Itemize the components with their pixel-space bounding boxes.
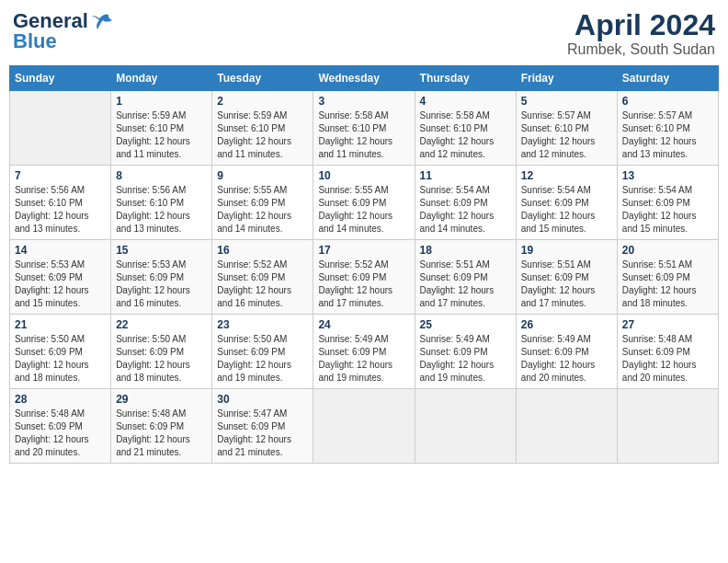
daylight-text: Daylight: 12 hours and 16 minutes. bbox=[116, 285, 190, 308]
sunset-text: Sunset: 6:09 PM bbox=[521, 198, 589, 208]
sunrise-text: Sunrise: 5:50 AM bbox=[15, 334, 85, 344]
daylight-text: Daylight: 12 hours and 18 minutes. bbox=[622, 285, 697, 308]
sunset-text: Sunset: 6:09 PM bbox=[217, 198, 285, 208]
daylight-text: Daylight: 12 hours and 19 minutes. bbox=[318, 360, 392, 383]
day-info: Sunrise: 5:53 AM Sunset: 6:09 PM Dayligh… bbox=[116, 259, 207, 310]
day-number: 18 bbox=[420, 244, 511, 257]
day-info: Sunrise: 5:59 AM Sunset: 6:10 PM Dayligh… bbox=[116, 109, 207, 161]
sunset-text: Sunset: 6:10 PM bbox=[420, 123, 488, 133]
day-cell: 5 Sunrise: 5:57 AM Sunset: 6:10 PM Dayli… bbox=[516, 91, 617, 166]
sunrise-text: Sunrise: 5:54 AM bbox=[622, 185, 692, 195]
day-cell: 17 Sunrise: 5:52 AM Sunset: 6:09 PM Dayl… bbox=[313, 240, 415, 315]
sunset-text: Sunset: 6:09 PM bbox=[420, 272, 488, 282]
sunrise-text: Sunrise: 5:58 AM bbox=[420, 110, 490, 121]
month-title: April 2024 bbox=[567, 9, 715, 41]
title-area: April 2024 Rumbek, South Sudan bbox=[567, 9, 715, 58]
day-number: 17 bbox=[318, 244, 409, 257]
sunrise-text: Sunrise: 5:56 AM bbox=[116, 185, 186, 195]
daylight-text: Daylight: 12 hours and 14 minutes. bbox=[217, 211, 291, 234]
sunrise-text: Sunrise: 5:51 AM bbox=[521, 259, 591, 270]
sunrise-text: Sunrise: 5:56 AM bbox=[15, 185, 85, 195]
day-info: Sunrise: 5:48 AM Sunset: 6:09 PM Dayligh… bbox=[15, 408, 106, 459]
daylight-text: Daylight: 12 hours and 18 minutes. bbox=[15, 360, 89, 383]
day-cell: 13 Sunrise: 5:54 AM Sunset: 6:09 PM Dayl… bbox=[617, 166, 718, 240]
sunset-text: Sunset: 6:10 PM bbox=[15, 198, 83, 208]
day-cell: 2 Sunrise: 5:59 AM Sunset: 6:10 PM Dayli… bbox=[212, 91, 313, 166]
daylight-text: Daylight: 12 hours and 15 minutes. bbox=[15, 285, 89, 308]
sunrise-text: Sunrise: 5:49 AM bbox=[521, 334, 591, 344]
week-row-5: 28 Sunrise: 5:48 AM Sunset: 6:09 PM Dayl… bbox=[10, 389, 719, 464]
header-friday: Friday bbox=[516, 66, 617, 91]
day-cell: 7 Sunrise: 5:56 AM Sunset: 6:10 PM Dayli… bbox=[10, 166, 111, 240]
logo: General Blue bbox=[13, 9, 112, 53]
day-number: 20 bbox=[622, 244, 713, 257]
daylight-text: Daylight: 12 hours and 20 minutes. bbox=[521, 360, 596, 383]
header-monday: Monday bbox=[111, 66, 212, 91]
day-info: Sunrise: 5:57 AM Sunset: 6:10 PM Dayligh… bbox=[521, 109, 612, 161]
day-number: 30 bbox=[217, 393, 308, 406]
day-info: Sunrise: 5:48 AM Sunset: 6:09 PM Dayligh… bbox=[116, 408, 207, 459]
day-cell: 14 Sunrise: 5:53 AM Sunset: 6:09 PM Dayl… bbox=[10, 240, 111, 315]
sunset-text: Sunset: 6:09 PM bbox=[116, 272, 184, 282]
logo-bird-icon bbox=[92, 13, 112, 29]
day-number: 29 bbox=[116, 393, 207, 406]
sunrise-text: Sunrise: 5:54 AM bbox=[521, 185, 591, 195]
sunrise-text: Sunrise: 5:50 AM bbox=[116, 334, 186, 344]
day-info: Sunrise: 5:47 AM Sunset: 6:09 PM Dayligh… bbox=[217, 408, 308, 459]
sunrise-text: Sunrise: 5:55 AM bbox=[217, 185, 287, 195]
day-info: Sunrise: 5:58 AM Sunset: 6:10 PM Dayligh… bbox=[318, 109, 409, 161]
daylight-text: Daylight: 12 hours and 19 minutes. bbox=[420, 360, 495, 383]
day-number: 14 bbox=[15, 244, 106, 257]
day-info: Sunrise: 5:51 AM Sunset: 6:09 PM Dayligh… bbox=[622, 259, 713, 310]
sunrise-text: Sunrise: 5:48 AM bbox=[15, 408, 85, 419]
daylight-text: Daylight: 12 hours and 11 minutes. bbox=[116, 136, 190, 159]
sunset-text: Sunset: 6:09 PM bbox=[622, 347, 690, 357]
day-cell: 1 Sunrise: 5:59 AM Sunset: 6:10 PM Dayli… bbox=[111, 91, 212, 166]
day-cell bbox=[10, 91, 111, 166]
week-row-2: 7 Sunrise: 5:56 AM Sunset: 6:10 PM Dayli… bbox=[10, 166, 719, 240]
day-cell: 16 Sunrise: 5:52 AM Sunset: 6:09 PM Dayl… bbox=[212, 240, 313, 315]
day-cell: 18 Sunrise: 5:51 AM Sunset: 6:09 PM Dayl… bbox=[415, 240, 516, 315]
day-cell bbox=[617, 389, 718, 464]
day-info: Sunrise: 5:53 AM Sunset: 6:09 PM Dayligh… bbox=[15, 259, 106, 310]
day-number: 25 bbox=[420, 318, 511, 331]
daylight-text: Daylight: 12 hours and 20 minutes. bbox=[15, 434, 89, 457]
sunrise-text: Sunrise: 5:51 AM bbox=[622, 259, 692, 270]
sunrise-text: Sunrise: 5:52 AM bbox=[217, 259, 287, 270]
day-info: Sunrise: 5:55 AM Sunset: 6:09 PM Dayligh… bbox=[318, 184, 409, 236]
sunrise-text: Sunrise: 5:48 AM bbox=[622, 334, 692, 344]
day-info: Sunrise: 5:52 AM Sunset: 6:09 PM Dayligh… bbox=[318, 259, 409, 310]
day-cell: 3 Sunrise: 5:58 AM Sunset: 6:10 PM Dayli… bbox=[313, 91, 415, 166]
day-info: Sunrise: 5:54 AM Sunset: 6:09 PM Dayligh… bbox=[521, 184, 612, 236]
day-info: Sunrise: 5:49 AM Sunset: 6:09 PM Dayligh… bbox=[318, 333, 409, 385]
day-info: Sunrise: 5:51 AM Sunset: 6:09 PM Dayligh… bbox=[420, 259, 511, 310]
page-header: General Blue April 2024 Rumbek, South Su… bbox=[9, 9, 719, 58]
sunset-text: Sunset: 6:09 PM bbox=[318, 347, 386, 357]
daylight-text: Daylight: 12 hours and 15 minutes. bbox=[521, 211, 596, 234]
week-row-3: 14 Sunrise: 5:53 AM Sunset: 6:09 PM Dayl… bbox=[10, 240, 719, 315]
calendar-table: SundayMondayTuesdayWednesdayThursdayFrid… bbox=[9, 65, 719, 464]
sunset-text: Sunset: 6:09 PM bbox=[318, 272, 386, 282]
sunrise-text: Sunrise: 5:49 AM bbox=[318, 334, 388, 344]
daylight-text: Daylight: 12 hours and 20 minutes. bbox=[622, 360, 697, 383]
day-info: Sunrise: 5:52 AM Sunset: 6:09 PM Dayligh… bbox=[217, 259, 308, 310]
sunrise-text: Sunrise: 5:59 AM bbox=[217, 110, 287, 121]
day-number: 4 bbox=[420, 95, 511, 108]
day-info: Sunrise: 5:58 AM Sunset: 6:10 PM Dayligh… bbox=[420, 109, 511, 161]
daylight-text: Daylight: 12 hours and 17 minutes. bbox=[318, 285, 392, 308]
sunset-text: Sunset: 6:09 PM bbox=[318, 198, 386, 208]
day-cell: 21 Sunrise: 5:50 AM Sunset: 6:09 PM Dayl… bbox=[10, 315, 111, 389]
week-row-4: 21 Sunrise: 5:50 AM Sunset: 6:09 PM Dayl… bbox=[10, 315, 719, 389]
day-cell bbox=[516, 389, 617, 464]
daylight-text: Daylight: 12 hours and 21 minutes. bbox=[116, 434, 190, 457]
sunset-text: Sunset: 6:10 PM bbox=[622, 123, 690, 133]
day-cell: 28 Sunrise: 5:48 AM Sunset: 6:09 PM Dayl… bbox=[10, 389, 111, 464]
day-number: 1 bbox=[116, 95, 207, 108]
sunset-text: Sunset: 6:09 PM bbox=[420, 347, 488, 357]
sunrise-text: Sunrise: 5:49 AM bbox=[420, 334, 490, 344]
logo-blue-text: Blue bbox=[13, 29, 57, 53]
day-info: Sunrise: 5:51 AM Sunset: 6:09 PM Dayligh… bbox=[521, 259, 612, 310]
day-info: Sunrise: 5:54 AM Sunset: 6:09 PM Dayligh… bbox=[622, 184, 713, 236]
day-number: 16 bbox=[217, 244, 308, 257]
day-number: 27 bbox=[622, 318, 713, 331]
